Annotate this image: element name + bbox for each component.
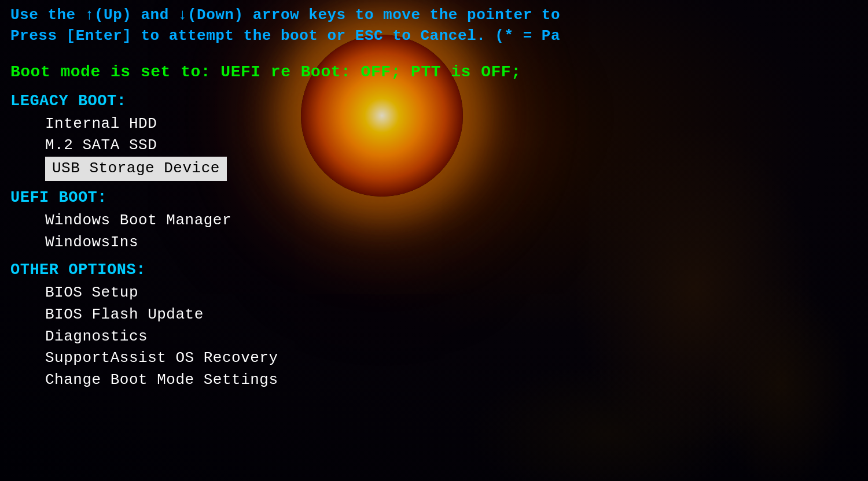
diagnostics-wrapper: Diagnostics (10, 326, 858, 348)
boot-mode-status: Boot mode is set to: UEFI re Boot: OFF; … (10, 63, 858, 81)
instruction-line-2: Press [Enter] to attempt the boot or ESC… (10, 25, 858, 46)
legacy-internal-hdd-wrapper: Internal HDD (10, 113, 858, 135)
other-options-header: OTHER OPTIONS: (10, 261, 858, 279)
uefi-windows-boot-manager-wrapper: Windows Boot Manager (10, 210, 858, 232)
bios-setup-wrapper: BIOS Setup (10, 282, 858, 304)
supportassist-recovery-wrapper: SupportAssist OS Recovery (10, 347, 858, 369)
uefi-windowsins-wrapper: WindowsIns (10, 232, 858, 254)
legacy-internal-hdd[interactable]: Internal HDD (10, 114, 157, 134)
legacy-usb-storage-wrapper: USB Storage Device (10, 157, 858, 181)
bios-flash-update[interactable]: BIOS Flash Update (10, 305, 204, 324)
diagnostics[interactable]: Diagnostics (10, 327, 148, 346)
uefi-windowsins[interactable]: WindowsIns (10, 232, 138, 252)
legacy-usb-storage-device[interactable]: USB Storage Device (45, 157, 227, 181)
legacy-m2-sata-ssd-wrapper: M.2 SATA SSD (10, 135, 858, 157)
bios-boot-menu: Use the ↑(Up) and ↓(Down) arrow keys to … (0, 0, 868, 481)
bios-setup[interactable]: BIOS Setup (10, 283, 138, 302)
instruction-line-1: Use the ↑(Up) and ↓(Down) arrow keys to … (10, 5, 858, 25)
change-boot-mode-settings[interactable]: Change Boot Mode Settings (10, 370, 278, 390)
uefi-boot-header: UEFI BOOT: (10, 189, 858, 206)
supportassist-os-recovery[interactable]: SupportAssist OS Recovery (10, 348, 278, 368)
legacy-m2-sata-ssd[interactable]: M.2 SATA SSD (10, 135, 157, 155)
change-boot-mode-wrapper: Change Boot Mode Settings (10, 369, 858, 391)
legacy-boot-header: LEGACY BOOT: (10, 92, 858, 110)
bios-flash-update-wrapper: BIOS Flash Update (10, 304, 858, 326)
uefi-windows-boot-manager[interactable]: Windows Boot Manager (10, 210, 231, 230)
